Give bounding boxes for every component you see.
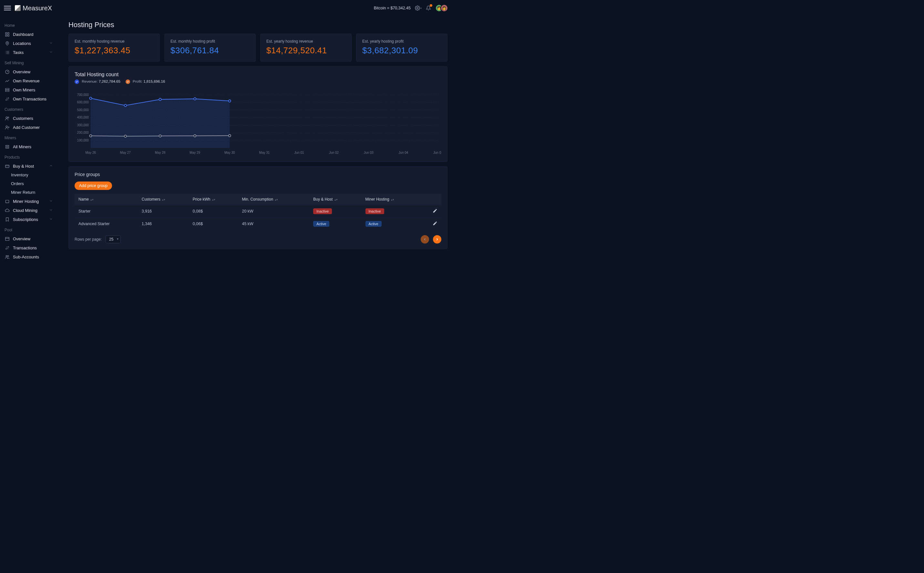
sidebar-section-title: Customers — [0, 103, 58, 114]
svg-text:May 27: May 27 — [120, 151, 131, 154]
sidebar-item-tasks[interactable]: Tasks — [0, 48, 58, 57]
edit-icon[interactable] — [432, 210, 437, 214]
chevron-down-icon — [49, 50, 53, 55]
sidebar-item-all-miners[interactable]: All Miners — [0, 142, 58, 151]
svg-rect-14 — [5, 90, 9, 91]
page-prev-button[interactable] — [421, 235, 429, 244]
sidebar-item-orders[interactable]: Orders — [0, 179, 58, 188]
legend-profit[interactable]: Profit: 1,815,696.16 — [126, 80, 165, 84]
stat-label: Est. yearly hosting profit — [362, 39, 441, 44]
sidebar-item-miner-hosting[interactable]: Miner Hosting — [0, 197, 58, 206]
svg-point-58 — [229, 100, 231, 102]
btc-ticker: Bitcoin = $70,342.45 — [374, 6, 410, 10]
column-header[interactable]: Customers ▴▾ — [138, 194, 189, 205]
sidebar-item-sub-accounts[interactable]: Sub-Accounts — [0, 252, 58, 261]
svg-rect-22 — [5, 165, 9, 167]
svg-point-27 — [6, 255, 7, 257]
cell-hosting: Inactive — [362, 205, 421, 218]
svg-point-61 — [159, 135, 161, 137]
sidebar-section-title: Self Mining — [0, 57, 58, 67]
cell-name: Advanced Starter — [75, 218, 138, 230]
sidebar-item-label: Add Customer — [13, 125, 40, 130]
edit-icon[interactable] — [432, 222, 437, 227]
svg-rect-13 — [5, 88, 9, 89]
svg-text:Jun 04: Jun 04 — [398, 151, 408, 154]
settings-icon[interactable]: ▾ — [415, 5, 421, 12]
status-badge: Inactive — [365, 208, 384, 214]
sidebar-item-overview[interactable]: Overview — [0, 67, 58, 76]
cloud-icon — [5, 208, 10, 213]
page-next-button[interactable] — [433, 235, 441, 244]
legend-revenue[interactable]: Revenue: 7,262,784.65 — [75, 80, 120, 84]
svg-text:Jun 01: Jun 01 — [295, 151, 304, 154]
column-header[interactable]: Price kWh ▴▾ — [189, 194, 238, 205]
column-header[interactable]: Buy & Host ▴▾ — [309, 194, 361, 205]
chart-legend: Revenue: 7,262,784.65 Profit: 1,815,696.… — [75, 80, 441, 84]
brand-logo[interactable]: MeasureX — [15, 5, 52, 12]
stat-cards: Est. monthly hosting revenue$1,227,363.4… — [69, 34, 448, 62]
svg-point-55 — [124, 104, 126, 106]
rows-per-page-select[interactable]: 25 — [106, 235, 121, 243]
notifications-icon[interactable] — [425, 5, 432, 12]
cell-name: Starter — [75, 205, 138, 218]
sidebar-item-locations[interactable]: Locations — [0, 39, 58, 48]
svg-point-56 — [159, 98, 161, 100]
sidebar-item-label: Own Revenue — [13, 78, 39, 83]
sidebar-item-miner-return[interactable]: Miner Return — [0, 188, 58, 197]
sidebar-item-dashboard[interactable]: Dashboard — [0, 30, 58, 39]
svg-point-60 — [124, 135, 126, 137]
sidebar-item-inventory[interactable]: Inventory — [0, 171, 58, 179]
add-price-group-button[interactable]: Add price group — [75, 182, 112, 190]
column-header[interactable]: Name ▴▾ — [75, 194, 138, 205]
status-badge: Active — [365, 221, 382, 227]
sidebar-item-own-miners[interactable]: Own Miners — [0, 85, 58, 94]
chevron-down-icon — [49, 41, 53, 46]
svg-text:600,000: 600,000 — [77, 100, 89, 104]
svg-text:May 30: May 30 — [225, 151, 235, 154]
sidebar-item-label: Own Transactions — [13, 97, 47, 102]
sidebar-item-overview[interactable]: Overview — [0, 234, 58, 243]
hosting-chart: 100,000200,000300,000400,000500,000600,0… — [75, 89, 441, 157]
sidebar-item-add-customer[interactable]: Add Customer — [0, 123, 58, 132]
svg-text:May 28: May 28 — [155, 151, 165, 154]
cell-customers: 3,916 — [138, 205, 189, 218]
sidebar-item-transactions[interactable]: Transactions — [0, 243, 58, 252]
stat-card: Est. yearly hosting profit$3,682,301.09 — [356, 34, 448, 62]
sidebar-item-customers[interactable]: Customers — [0, 114, 58, 123]
table-row: Starter3,9160,08$20 kWInactiveInactive — [75, 205, 441, 218]
sidebar-item-label: Overview — [13, 236, 30, 241]
user-plus-icon — [5, 125, 10, 130]
menu-toggle[interactable] — [4, 5, 11, 12]
svg-rect-4 — [8, 34, 9, 36]
stat-value: $1,227,363.45 — [75, 45, 154, 56]
chart-icon — [5, 78, 10, 83]
sidebar-item-cloud-mining[interactable]: Cloud Mining — [0, 206, 58, 215]
chevron-down-icon — [49, 199, 53, 204]
chevron-up-icon — [49, 164, 53, 169]
svg-rect-21 — [5, 147, 9, 148]
sidebar-item-label: Miner Hosting — [13, 199, 39, 204]
status-badge: Active — [313, 221, 329, 227]
svg-rect-3 — [5, 34, 6, 36]
column-header[interactable]: Min. Consumption ▴▾ — [238, 194, 309, 205]
sidebar-item-own-transactions[interactable]: Own Transactions — [0, 94, 58, 103]
sidebar-item-subscriptions[interactable]: Subscriptions — [0, 215, 58, 224]
sidebar-item-own-revenue[interactable]: Own Revenue — [0, 76, 58, 85]
page-title: Hosting Prices — [69, 21, 448, 29]
box-icon — [5, 199, 10, 204]
panel-icon — [5, 236, 10, 241]
sidebar-section-title: Home — [0, 19, 58, 30]
sidebar-section-title: Miners — [0, 132, 58, 142]
svg-point-57 — [194, 97, 196, 100]
svg-rect-20 — [5, 146, 9, 146]
topbar: MeasureX Bitcoin = $70,342.45 ▾ 🧑 👩 — [0, 0, 452, 16]
svg-text:200,000: 200,000 — [77, 131, 89, 135]
cell-price: 0,06$ — [189, 218, 238, 230]
column-header[interactable]: Miner Hosting ▴▾ — [362, 194, 421, 205]
user-avatars[interactable]: 🧑 👩 — [435, 4, 448, 12]
stat-value: $306,761.84 — [170, 45, 250, 56]
sidebar-item-buy-host[interactable]: Buy & Host — [0, 161, 58, 171]
svg-text:Jun 02: Jun 02 — [329, 151, 339, 154]
svg-text:700,000: 700,000 — [77, 93, 89, 97]
grid-icon — [5, 32, 10, 37]
